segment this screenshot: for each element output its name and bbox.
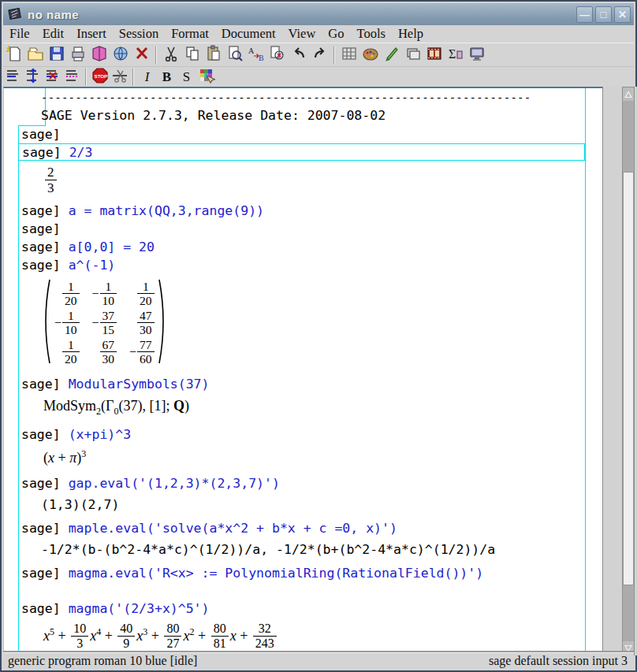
redo-button[interactable] [309,45,330,65]
session-input-row[interactable]: sage]magma('(2/3+x)^5') [4,600,602,618]
close-button[interactable]: ✕ [614,6,631,23]
session-banner-text: SAGE Version 2.7.3, Release Date: 2007-0… [4,106,602,125]
fraction: 6730 [100,339,117,366]
menu-edit[interactable]: Edit [36,25,71,43]
cut-button[interactable] [160,45,181,65]
session-output-math: x5 + 103x4 + 409x3 + 8027x2 + 8081x + 32… [43,622,602,651]
session-document[interactable]: ----------------------------------------… [4,88,602,651]
input-code[interactable]: 2/3 [69,145,93,160]
input-code[interactable]: ModularSymbols(37) [69,377,210,392]
input-code[interactable]: a = matrix(QQ,3,range(9)) [69,203,264,218]
session-input-row[interactable]: sage](x+pi)^3 [4,425,602,444]
color-chooser-icon [198,67,215,87]
maximize-button[interactable]: □ [595,6,612,23]
menu-view[interactable]: View [282,25,322,43]
sage-prompt: sage] [21,258,61,273]
session-input-row[interactable]: sage]a = matrix(QQ,3,range(9)) [4,202,602,220]
menu-session[interactable]: Session [113,25,165,43]
menu-tools[interactable]: Tools [351,25,392,43]
matrix-cell: 120 [54,280,80,308]
left-paren [41,277,51,369]
strong-button[interactable]: S [177,69,196,86]
session-input-row[interactable]: sage]gap.eval('(1,2,3)*(2,3,7)') [4,474,602,492]
color-palette-button[interactable] [359,45,381,65]
session-output-text: (1,3)(2,7) [41,497,602,513]
scrollbar-thumb[interactable] [623,172,634,585]
insert-math-button[interactable]: Σ [445,45,466,65]
evaluate-all-fields-button[interactable] [23,69,43,86]
web-globe-button[interactable] [110,45,131,65]
minimize-button[interactable]: — [576,6,593,23]
scrollbar-gutter [602,87,637,655]
menu-insert[interactable]: Insert [70,25,113,43]
input-code[interactable]: a^(-1) [69,258,116,273]
input-code[interactable]: gap.eval('(1,2,3)*(2,3,7)') [69,476,280,491]
close-document-icon [133,45,151,65]
session-input-row[interactable]: sage]magma.eval('R<x> := PolynomialRing(… [4,564,602,582]
input-code[interactable]: (x+pi)^3 [69,427,131,442]
preview-button[interactable] [224,45,245,65]
session-input-row[interactable]: sage]ModularSymbols(37) [4,375,602,393]
color-chooser-button[interactable] [196,69,216,86]
menu-document[interactable]: Document [215,25,282,43]
menu-help[interactable]: Help [392,25,430,43]
document-canvas[interactable]: ----------------------------------------… [3,87,602,655]
interrupt-execution-button[interactable]: STOP [90,69,110,86]
session-input-row[interactable]: sage] [4,125,602,143]
sage-prompt: sage] [21,566,61,581]
copy-button[interactable] [181,45,203,65]
menu-go[interactable]: Go [322,25,350,43]
style-book-button[interactable] [88,45,110,65]
vertical-scrollbar[interactable] [622,87,635,655]
open-document-button[interactable] [24,45,46,65]
draw-figure-button[interactable] [381,45,402,65]
bold-label: B [160,69,174,85]
menu-file[interactable]: File [3,25,36,43]
input-code[interactable]: magma.eval('R<x> := PolynomialRing(Ratio… [69,566,484,581]
input-code[interactable]: maple.eval('solve(a*x^2 + b*x + c =0, x)… [69,521,397,536]
fraction: 110 [62,310,80,337]
insert-session-button[interactable] [466,45,487,65]
svg-text:A: A [248,46,255,55]
session-input-row[interactable]: sage]maple.eval('solve(a*x^2 + b*x + c =… [4,519,602,537]
session-input-row[interactable]: sage] [4,220,602,238]
insert-frame-button[interactable] [402,45,423,65]
style-book-icon [91,45,108,65]
remove-field-icon [44,67,61,87]
menu-format[interactable]: Format [165,25,215,43]
matrix-cell: −7760 [129,339,155,366]
print-document-button[interactable] [67,45,88,65]
input-code[interactable]: magma('(2/3+x)^5') [69,601,210,616]
italic-button[interactable]: I [137,69,157,86]
insert-table-button[interactable] [338,45,359,65]
insert-animation-button[interactable] [423,45,445,65]
save-document-button[interactable] [46,45,67,65]
strong-label: S [180,69,194,85]
title-bar[interactable]: no name —□✕ [3,3,634,26]
evaluate-field-icon [5,67,22,87]
close-session-button[interactable] [110,69,129,86]
search-replace-icon: AB [248,45,265,65]
scroll-up-arrow-icon[interactable] [623,87,634,101]
input-code[interactable]: a[0,0] = 20 [69,239,155,254]
preview-icon [226,45,244,65]
evaluate-field-button[interactable] [3,69,23,86]
paste-button[interactable] [203,45,224,65]
spell-check-button[interactable] [266,45,288,65]
session-input-row[interactable]: sage]2/3 [18,143,585,161]
session-output-matrix: 120−110120−110−371547301206730−7760 [41,277,602,369]
undo-button[interactable] [288,45,309,65]
split-field-button[interactable] [62,69,82,86]
sage-prompt: sage] [21,601,61,616]
remove-field-button[interactable] [43,69,62,86]
bold-button[interactable]: B [157,69,177,86]
fraction: 8027 [164,622,181,651]
close-document-button[interactable] [131,45,152,65]
new-document-button[interactable] [3,45,24,65]
draw-figure-icon [383,45,400,65]
toolbar-separator [155,46,157,64]
sage-prompt: sage] [21,127,61,142]
session-input-row[interactable]: sage]a[0,0] = 20 [4,238,602,256]
session-input-row[interactable]: sage]a^(-1) [4,256,602,274]
search-replace-button[interactable]: AB [245,45,266,65]
